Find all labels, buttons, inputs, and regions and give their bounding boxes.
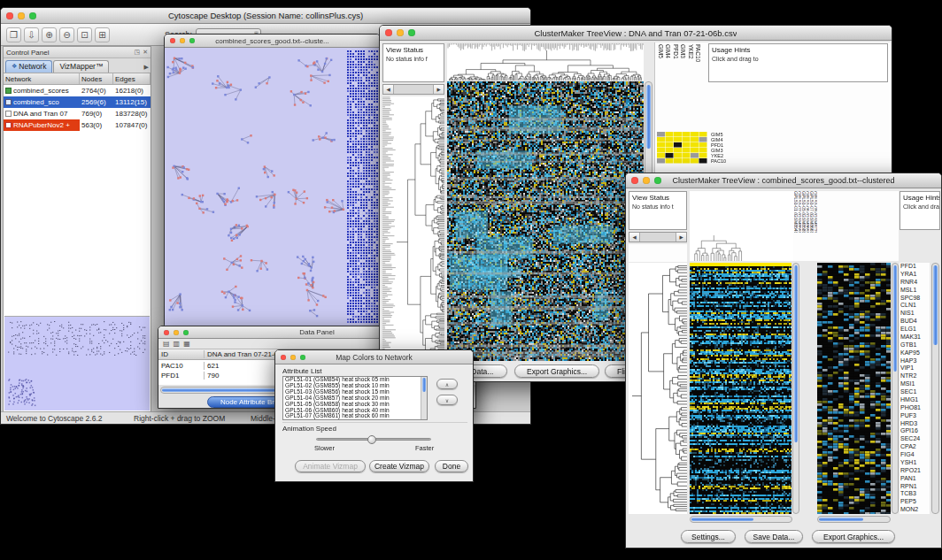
gene-label[interactable]: SPC98 <box>900 295 921 303</box>
attribute-list[interactable]: GPL51-01 (GSM854) heat shock 05 minGPL51… <box>282 376 428 420</box>
main-titlebar[interactable]: Cytoscape Desktop (Session Name: collins… <box>1 8 530 24</box>
secondary-heatmap[interactable] <box>817 263 891 514</box>
attribute-list-scrollbar[interactable] <box>421 377 427 419</box>
gene-label[interactable]: MON2 <box>900 506 921 514</box>
minimize-icon[interactable] <box>180 38 185 43</box>
tab-network[interactable]: ❖ Network <box>5 60 52 73</box>
gene-label[interactable]: GTB1 <box>900 341 921 349</box>
gene-label[interactable]: PHO81 <box>900 404 921 412</box>
gene-label[interactable]: SEC1 <box>900 388 921 396</box>
gene-label[interactable]: MSI1 <box>900 380 921 388</box>
done-button[interactable]: Done <box>435 460 468 472</box>
treeview-combined-titlebar[interactable]: ClusterMaker TreeView : combined_scores_… <box>626 173 941 188</box>
settings-button[interactable]: Settings... <box>681 530 736 543</box>
column-dendrogram[interactable] <box>690 191 793 261</box>
animation-speed-slider[interactable] <box>316 438 431 441</box>
zoom-in-icon[interactable]: ⊕ <box>42 27 57 42</box>
maximize-icon[interactable] <box>300 355 305 360</box>
attribute-select-icon[interactable]: ▤ <box>163 340 170 348</box>
column-id[interactable]: ID <box>158 350 205 358</box>
network-view-titlebar[interactable]: combined_scores_good.txt--cluste... <box>165 35 380 48</box>
gene-label[interactable]: FIG4 <box>900 451 921 459</box>
tab-overflow-icon[interactable]: ▶ <box>144 64 149 73</box>
create-vizmap-button[interactable]: Create Vizmap <box>369 460 429 472</box>
close-icon[interactable] <box>631 177 638 184</box>
gene-label[interactable]: MAK31 <box>900 334 921 341</box>
close-icon[interactable] <box>6 12 13 19</box>
zoom-selected-icon[interactable]: ⊞ <box>95 27 110 42</box>
gene-label[interactable]: ELG1 <box>900 326 921 334</box>
network-row-rnapubernov2[interactable]: RNAPuberNov2 + 563(0) 107847(0) <box>4 119 151 131</box>
zoom-fit-icon[interactable]: ⊡ <box>77 27 92 42</box>
heatmap-hscrollbar[interactable] <box>690 516 792 523</box>
maximize-icon[interactable] <box>183 330 189 335</box>
dendrogram-nav-control[interactable]: ◀ ▶ <box>629 232 687 242</box>
gene-label[interactable]: PUF3 <box>900 412 921 420</box>
export-graphics-button[interactable]: Export Graphics... <box>514 364 599 378</box>
heatmap-vscrollbar[interactable] <box>792 263 799 514</box>
close-icon[interactable] <box>385 29 392 36</box>
attribute-delete-icon[interactable]: ▦ <box>183 340 190 348</box>
import-network-icon[interactable]: ⇩ <box>24 27 39 42</box>
close-panel-icon[interactable]: ✕ <box>143 49 148 56</box>
gene-list-vscrollbar[interactable] <box>931 263 939 514</box>
gene-label[interactable]: GPI16 <box>900 427 921 435</box>
correlation-matrix[interactable] <box>657 132 707 164</box>
gene-label[interactable]: PEP5 <box>900 498 921 506</box>
minimize-icon[interactable] <box>290 355 296 360</box>
save-data-button[interactable]: Save Data... <box>745 530 803 543</box>
float-panel-icon[interactable]: ◳ <box>135 49 141 56</box>
expression-heatmap[interactable] <box>447 81 644 361</box>
network-row-dna-and-tran[interactable]: DNA and Tran 07 769(0) 183728(0) <box>4 108 151 119</box>
tab-vizmapper[interactable]: VizMapper™ <box>53 60 109 73</box>
maximize-icon[interactable] <box>189 38 195 43</box>
row-dendrogram[interactable] <box>382 96 444 361</box>
gene-label[interactable]: HAP3 <box>900 357 921 365</box>
close-icon[interactable] <box>164 330 169 335</box>
gene-label[interactable]: RPN1 <box>900 483 921 491</box>
scroll-left-icon[interactable]: ◀ <box>383 85 394 94</box>
expression-heatmap[interactable] <box>690 263 791 514</box>
network-canvas[interactable] <box>165 48 380 326</box>
minimize-icon[interactable] <box>397 29 404 36</box>
dendrogram-nav-control[interactable]: ◀ ▶ <box>382 84 444 95</box>
gene-label[interactable]: NIS1 <box>900 310 921 318</box>
gene-label[interactable]: HMG1 <box>900 396 921 404</box>
gene-label[interactable]: CPA2 <box>900 443 921 451</box>
gene-label[interactable]: CLN1 <box>900 302 921 310</box>
scroll-right-icon[interactable]: ▶ <box>433 85 444 94</box>
zoom-out-icon[interactable]: ⊖ <box>59 27 74 42</box>
minimize-icon[interactable] <box>643 177 650 184</box>
maximize-icon[interactable] <box>654 177 661 184</box>
minimize-icon[interactable] <box>174 330 179 335</box>
column-nodes[interactable]: Nodes <box>80 73 113 84</box>
attribute-item[interactable]: GPL51-07 (GSM861) heat shock 60 min <box>283 413 427 419</box>
close-icon[interactable] <box>281 355 286 360</box>
network-overview-thumbnail[interactable] <box>4 316 150 410</box>
column-edges[interactable]: Edges <box>113 73 151 84</box>
maximize-icon[interactable] <box>408 29 415 36</box>
gene-label[interactable]: RPO21 <box>900 467 921 475</box>
gene-label[interactable]: PAN1 <box>900 475 921 483</box>
gene-label[interactable]: SEC24 <box>900 435 921 443</box>
gene-label[interactable]: NTR2 <box>900 372 921 380</box>
gene-label[interactable]: YRA1 <box>900 271 921 279</box>
gene-label[interactable]: HRD3 <box>900 420 921 428</box>
dialog-titlebar[interactable]: Map Colors to Network <box>275 350 473 364</box>
maximize-icon[interactable] <box>29 12 36 19</box>
scroll-left-icon[interactable]: ◀ <box>629 233 640 242</box>
minimize-icon[interactable] <box>18 12 25 19</box>
gene-label[interactable]: YSH1 <box>900 459 921 467</box>
network-row-combined-scores[interactable]: combined_scores 2764(0) 16218(0) <box>4 85 151 96</box>
attribute-create-icon[interactable]: ▥ <box>174 340 181 348</box>
network-row-combined-sco-selected[interactable]: combined_sco 2569(6) 13112(15) <box>4 96 151 108</box>
scroll-right-icon[interactable]: ▶ <box>676 233 686 242</box>
move-up-button[interactable]: ∧ <box>436 379 458 389</box>
open-session-icon[interactable]: ❐ <box>6 27 21 42</box>
gene-label[interactable]: RNR4 <box>900 279 921 287</box>
gene-label[interactable]: PFD1 <box>900 263 921 271</box>
gene-label[interactable]: VIP1 <box>900 364 921 372</box>
column-network[interactable]: Network <box>4 73 80 84</box>
export-graphics-button[interactable]: Export Graphics... <box>812 530 895 543</box>
close-icon[interactable] <box>170 38 175 43</box>
